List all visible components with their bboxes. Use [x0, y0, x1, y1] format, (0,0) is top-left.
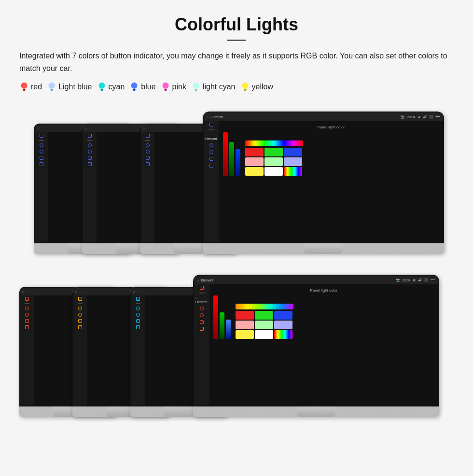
- device-stand-bottom-3: [164, 406, 193, 417]
- title-divider: [227, 40, 246, 41]
- color-bars-bottom: [213, 295, 231, 339]
- device-stand-top-3: [174, 243, 203, 254]
- sidebar-icon-t3-4: [146, 156, 150, 160]
- device-stand-top-4: [304, 243, 343, 254]
- screen-topbar-right-t4: 📷 20:04 🖥🔊⬛⟵: [401, 115, 440, 119]
- sidebar-icon-t3-5: [146, 162, 150, 166]
- sidebar-icon-t1-2: [40, 143, 43, 147]
- screen-sidebar-t4: ☰ Element: [204, 121, 219, 242]
- screen-home-icon-t3: ⌂: [143, 127, 145, 130]
- bulb-icon-lightblue: [47, 81, 56, 93]
- svg-rect-4: [50, 89, 53, 90]
- screen-home-icon-b2: ⌂: [75, 290, 77, 293]
- svg-rect-19: [244, 89, 247, 90]
- sidebar-icon-t2-5: [88, 162, 92, 166]
- bulb-icon-lightcyan: [191, 81, 201, 93]
- color-item-red: red: [19, 81, 42, 93]
- color-bars-top: [223, 132, 240, 176]
- bulb-icon-cyan: [97, 81, 107, 93]
- sidebar-icon-t2-2: [88, 143, 92, 147]
- sidebar-line-t2-1: [87, 140, 92, 141]
- bulb-icon-red: [19, 81, 29, 93]
- bulb-icon-yellow: [240, 81, 250, 93]
- screen-main-t4: Panel light color: [219, 121, 443, 242]
- color-item-yellow: yellow: [240, 81, 273, 93]
- sidebar-line-t1-1: [39, 140, 44, 141]
- page-title: Colorful Lights: [19, 14, 454, 35]
- svg-point-9: [131, 83, 138, 89]
- svg-rect-17: [195, 90, 197, 91]
- screen-topbar-b4: ⌂ Element 📷 20:04 🖥🔊⬛⟵: [194, 276, 438, 284]
- color-label-lightblue: Light blue: [58, 83, 92, 91]
- color-item-pink: pink: [161, 81, 186, 93]
- svg-rect-14: [165, 90, 167, 91]
- svg-point-15: [193, 83, 199, 89]
- device-card-bottom-4: ⌂ Element 📷 20:04 🖥🔊⬛⟵ ☰ Element: [193, 275, 439, 417]
- color-label-blue: blue: [141, 83, 155, 91]
- svg-point-3: [49, 83, 55, 89]
- device-stand-bottom-4: [297, 406, 335, 417]
- sidebar-icon-t3-1: [146, 134, 150, 138]
- color-label-pink: pink: [172, 83, 186, 91]
- description: Integrated with 7 colors of button indic…: [19, 50, 454, 74]
- sidebar-b3: [131, 295, 145, 406]
- color-item-lightblue: Light blue: [47, 81, 92, 93]
- screen-topbar-left-t4: ⌂ Element: [207, 115, 223, 119]
- svg-point-6: [98, 83, 105, 89]
- sidebar-icon-t3-3: [146, 150, 150, 154]
- screen-main-b4: Panel light color: [209, 284, 438, 406]
- color-item-cyan: cyan: [97, 81, 125, 93]
- svg-rect-1: [23, 89, 26, 90]
- sidebar-icon-t1-3: [40, 150, 43, 154]
- sidebar-icon-t2-1: [88, 134, 92, 138]
- panel-label-top: Panel light color: [223, 125, 439, 129]
- top-device-section: ⌂ Element: [19, 104, 454, 254]
- color-item-blue: blue: [129, 81, 155, 93]
- svg-rect-13: [164, 89, 167, 90]
- sidebar-icon-t3-2: [146, 143, 150, 147]
- bottom-device-section: ⌂ Element: [19, 267, 454, 417]
- bulb-icon-pink: [161, 81, 170, 93]
- color-item-lightcyan: light cyan: [191, 81, 236, 93]
- color-label-cyan: cyan: [109, 83, 125, 91]
- svg-rect-8: [101, 90, 103, 91]
- sidebar-icon-t2-4: [88, 156, 92, 160]
- svg-rect-5: [51, 90, 53, 91]
- color-label-red: red: [31, 83, 42, 91]
- sidebar-icon-t2-3: [88, 150, 92, 154]
- sidebar-b2: [73, 295, 87, 406]
- color-label-yellow: yellow: [252, 83, 273, 91]
- panel-label-bottom: Panel light color: [213, 288, 434, 293]
- color-label-lightcyan: light cyan: [203, 83, 236, 91]
- screen-home-icon-t1: ⌂: [37, 127, 39, 130]
- sidebar-icon-t1-1: [40, 134, 43, 138]
- sidebar-b1: [20, 295, 34, 406]
- bulb-icon-blue: [129, 81, 139, 93]
- svg-point-12: [162, 83, 168, 89]
- sidebar-icon-t1-4: [40, 156, 43, 160]
- svg-rect-11: [133, 90, 135, 91]
- screen-home-icon-t2: ⌂: [85, 127, 87, 130]
- svg-rect-7: [100, 89, 103, 90]
- color-list: red Light blue cyan blue: [19, 81, 454, 93]
- svg-rect-2: [23, 90, 25, 91]
- bottom-device-group: ⌂ Element: [19, 267, 459, 417]
- screen-sidebar-b4: ☰ Element: [194, 284, 209, 406]
- svg-point-0: [21, 83, 28, 89]
- svg-point-18: [242, 83, 248, 89]
- svg-rect-20: [244, 90, 246, 91]
- screen-home-icon-b3: ⌂: [133, 290, 135, 293]
- screen-home-icon-b1: ⌂: [22, 290, 24, 293]
- svg-rect-16: [195, 89, 197, 90]
- color-swatches-bottom: [236, 304, 293, 339]
- svg-rect-10: [133, 89, 136, 90]
- sidebar-icon-t1-5: [40, 162, 43, 166]
- color-swatches-top: [245, 140, 303, 176]
- device-card-top-4: ⌂ Element 📷 20:04 🖥🔊⬛⟵ ☰ Elem: [203, 112, 444, 254]
- top-device-group: ⌂ Element: [19, 104, 454, 254]
- sidebar-line-t3-1: [145, 140, 150, 141]
